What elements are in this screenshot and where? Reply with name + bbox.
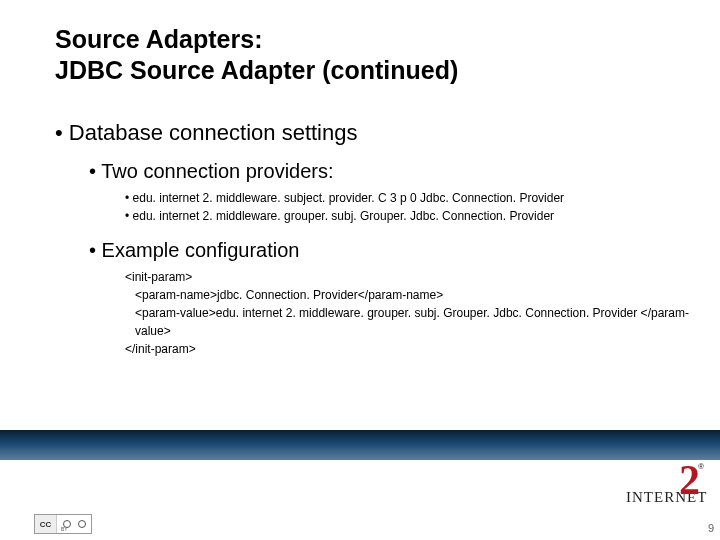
title-line-1: Source Adapters: [55, 25, 262, 53]
title-line-2: JDBC Source Adapter (continued) [55, 56, 458, 84]
provider-item-2: edu. internet 2. middleware. grouper. su… [125, 207, 690, 225]
cfg-line-2: <param-name>jdbc. Connection. Provider</… [135, 286, 690, 304]
slide-body: Database connection settings Two connect… [55, 120, 690, 358]
internet2-logo: INTERNET 2 ® [626, 462, 696, 508]
config-block: <init-param> <param-name>jdbc. Connectio… [125, 268, 690, 358]
cfg-line-3: <param-value>edu. internet 2. middleware… [135, 304, 690, 340]
bullet-level1: Database connection settings [55, 120, 690, 146]
slide-title: Source Adapters: JDBC Source Adapter (co… [55, 24, 458, 87]
footer-bar [0, 430, 720, 460]
cc-license-badge: CC BY [34, 514, 92, 534]
provider-item-1: edu. internet 2. middleware. subject. pr… [125, 189, 690, 207]
cfg-line-4: </init-param> [125, 340, 690, 358]
cc-sharealike-icon [78, 520, 86, 528]
page-number: 9 [708, 522, 714, 534]
logo-registered-icon: ® [698, 462, 704, 471]
cc-logo-icon: CC [35, 515, 57, 533]
bullet-level2-example: Example configuration [89, 239, 690, 262]
logo-numeral: 2 [679, 456, 700, 504]
cc-by-label: BY [61, 526, 68, 532]
slide: Source Adapters: JDBC Source Adapter (co… [0, 0, 720, 540]
bullet-level2-providers: Two connection providers: [89, 160, 690, 183]
cfg-line-1: <init-param> [125, 268, 690, 286]
